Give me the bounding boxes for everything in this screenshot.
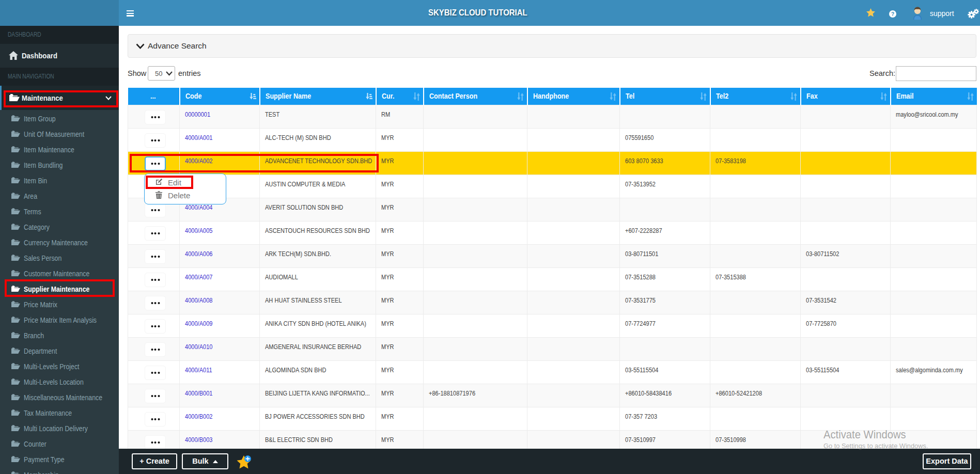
svg-text:?: ? <box>891 11 894 17</box>
